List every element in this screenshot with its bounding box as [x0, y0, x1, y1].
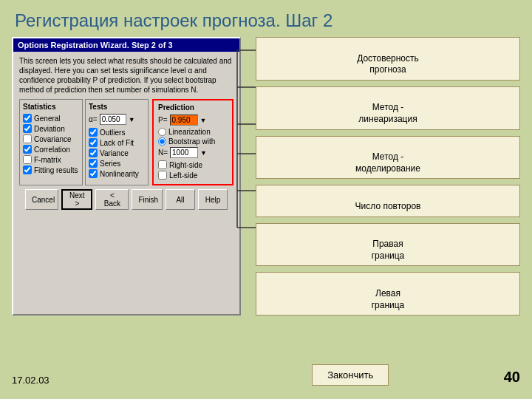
- cancel-button[interactable]: Cancel: [25, 189, 58, 210]
- stat-general-row: General: [23, 114, 79, 123]
- leftside-row: Left-side: [158, 171, 228, 180]
- bootstrap-label: Bootstrap with: [168, 137, 215, 146]
- stat-fitting-label: Fitting results: [34, 166, 78, 174]
- page-number: 40: [504, 369, 520, 386]
- dialog-buttons: Cancel Next > < Back Finish All Help: [19, 185, 233, 214]
- test-lackoffit-checkbox[interactable]: [89, 138, 98, 147]
- p-row: P= ▼: [158, 115, 228, 126]
- test-outliers-checkbox[interactable]: [89, 128, 98, 137]
- bottom-area: 17.02.03 Закончить 40: [0, 358, 532, 392]
- stat-covariance-checkbox[interactable]: [23, 134, 32, 143]
- test-nonlinearity-row: Nonlinearity: [89, 169, 145, 178]
- stat-general-label: General: [34, 115, 61, 123]
- callout-linearization: Метод - линеаризация: [256, 86, 520, 130]
- bootstrap-row: Bootstrap with: [158, 137, 228, 146]
- n-input[interactable]: [170, 147, 198, 158]
- test-variance-row: Variance: [89, 149, 145, 157]
- stat-general-checkbox[interactable]: [23, 114, 32, 123]
- test-series-row: Series: [89, 159, 145, 168]
- stat-covariance-row: Covariance: [23, 134, 79, 143]
- n-label: N=: [158, 149, 168, 157]
- test-nonlinearity-checkbox[interactable]: [89, 169, 98, 178]
- back-button[interactable]: < Back: [95, 189, 129, 210]
- test-lackoffit-label: Lack of Fit: [100, 139, 134, 147]
- stat-fmatrix-label: F-matrix: [34, 156, 61, 164]
- stat-fmatrix-row: F-matrix: [23, 155, 79, 164]
- stat-deviation-row: Deviation: [23, 124, 79, 133]
- stat-correlation-checkbox[interactable]: [23, 145, 32, 154]
- stat-fmatrix-checkbox[interactable]: [23, 155, 32, 164]
- test-variance-label: Variance: [100, 149, 129, 157]
- bootstrap-radio[interactable]: [158, 137, 166, 146]
- statistics-label: Statistics: [23, 103, 79, 111]
- dialog-titlebar: Options Registration Wizard. Step 2 of 3: [13, 38, 239, 52]
- stat-fitting-checkbox[interactable]: [23, 166, 32, 174]
- date-label: 17.02.03: [12, 375, 50, 386]
- wizard-dialog: Options Registration Wizard. Step 2 of 3…: [12, 37, 241, 316]
- alpha-row: α= ▼: [89, 114, 145, 125]
- test-nonlinearity-label: Nonlinearity: [100, 170, 139, 178]
- callout-repetitions: Число повторов: [256, 185, 520, 216]
- tests-label: Tests: [89, 103, 145, 111]
- zakончit-button[interactable]: Закончить: [312, 364, 389, 386]
- n-row: N= ▼: [158, 147, 228, 158]
- tests-panel: Tests α= ▼ Outliers Lack of Fit: [85, 99, 149, 185]
- p-label: P=: [158, 116, 168, 124]
- stat-fitting-row: Fitting results: [23, 166, 79, 174]
- stat-correlation-label: Correlation: [34, 146, 70, 154]
- linearization-label: Linearization: [168, 128, 211, 136]
- alpha-dropdown-icon[interactable]: ▼: [129, 116, 135, 123]
- test-series-label: Series: [100, 160, 120, 168]
- p-dropdown-icon[interactable]: ▼: [200, 117, 207, 124]
- rightside-checkbox[interactable]: [158, 160, 167, 169]
- callout-accuracy: Достоверность прогноза: [256, 37, 520, 81]
- stat-deviation-label: Deviation: [34, 125, 65, 133]
- leftside-label: Left-side: [169, 171, 197, 180]
- test-series-checkbox[interactable]: [89, 159, 98, 168]
- prediction-panel: Prediction P= ▼ Linearization Bootstrap …: [152, 99, 233, 185]
- test-variance-checkbox[interactable]: [89, 149, 98, 157]
- statistics-panel: Statistics General Deviation Covariance: [19, 99, 83, 185]
- rightside-label: Right-side: [169, 161, 202, 169]
- test-lackoffit-row: Lack of Fit: [89, 138, 145, 147]
- alpha-label: α=: [89, 115, 98, 123]
- all-button[interactable]: All: [166, 189, 195, 210]
- alpha-input[interactable]: [100, 114, 126, 125]
- test-outliers-row: Outliers: [89, 128, 145, 137]
- dialog-title: Options Registration Wizard. Step 2 of 3: [18, 41, 173, 50]
- dialog-description: This screen lets you select what results…: [19, 56, 233, 95]
- finish-button[interactable]: Finish: [132, 189, 163, 210]
- test-outliers-label: Outliers: [100, 129, 125, 137]
- linearization-row: Linearization: [158, 128, 228, 136]
- rightside-row: Right-side: [158, 160, 228, 169]
- n-dropdown-icon[interactable]: ▼: [200, 149, 207, 157]
- page-title: Регистрация настроек прогноза. Шаг 2: [0, 0, 532, 37]
- help-button[interactable]: Help: [198, 189, 228, 210]
- callouts-area: Достоверность прогноза Метод - линеариза…: [256, 37, 520, 316]
- prediction-label: Prediction: [158, 103, 228, 112]
- linearization-radio[interactable]: [158, 128, 166, 136]
- callout-left-boundary: Левая граница: [256, 272, 520, 316]
- stat-correlation-row: Correlation: [23, 145, 79, 154]
- p-input[interactable]: [170, 115, 198, 126]
- callout-right-boundary: Правая граница: [256, 223, 520, 267]
- stat-deviation-checkbox[interactable]: [23, 124, 32, 133]
- callout-modeling: Метод - моделирование: [256, 136, 520, 180]
- next-button[interactable]: Next >: [61, 189, 92, 210]
- stat-covariance-label: Covariance: [34, 135, 72, 143]
- leftside-checkbox[interactable]: [158, 171, 167, 180]
